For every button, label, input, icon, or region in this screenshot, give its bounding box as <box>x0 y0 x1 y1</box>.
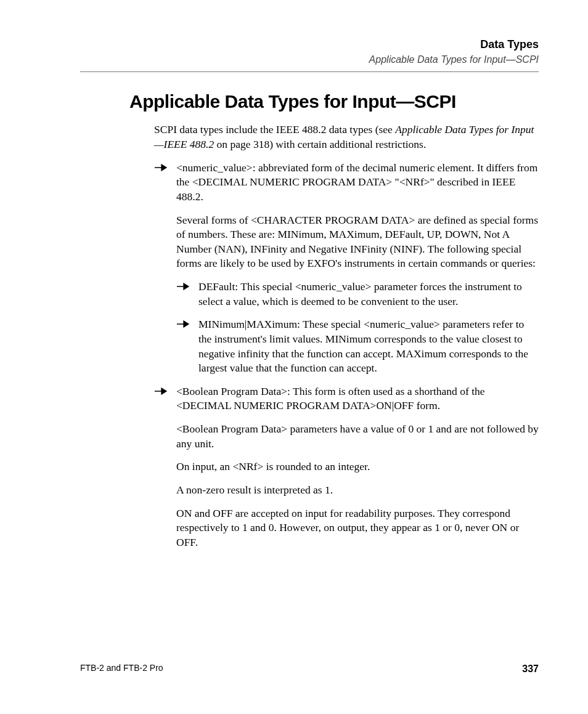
arrow-bullet-icon <box>176 283 191 290</box>
sub-bullet-default: DEFault: This special <numeric_value> pa… <box>176 280 539 309</box>
intro-text-post: on page 318) with certain additional res… <box>214 138 426 150</box>
bullet-text: <Boolean Program Data>: This form is oft… <box>176 384 539 413</box>
chapter-title: Data Types <box>80 37 539 52</box>
arrow-bullet-icon <box>176 320 191 328</box>
bullet-text: <numeric_value>: abbreviated form of the… <box>176 161 539 205</box>
page-footer: FTB-2 and FTB-2 Pro 337 <box>80 662 539 676</box>
page-number: 337 <box>522 662 539 676</box>
arrow-bullet-icon <box>154 164 169 171</box>
bullet-text: On input, an <NRf> is rounded to an inte… <box>176 460 539 474</box>
section-subtitle: Applicable Data Types for Input—SCPI <box>80 53 539 67</box>
sub-bullet-text: DEFault: This special <numeric_value> pa… <box>198 280 522 307</box>
bullet-text: Several forms of <CHARACTER PROGRAM DATA… <box>176 213 539 272</box>
sub-bullet-minmax: MINimum|MAXimum: These special <numeric_… <box>176 317 539 376</box>
bullet-text: <Boolean Program Data> parameters have a… <box>176 422 539 451</box>
arrow-bullet-icon <box>154 387 169 395</box>
intro-text-pre: SCPI data types include the IEEE 488.2 d… <box>154 123 395 136</box>
body-content: SCPI data types include the IEEE 488.2 d… <box>154 123 539 550</box>
bullet-numeric-value: <numeric_value>: abbreviated form of the… <box>154 161 539 376</box>
bullet-text: ON and OFF are accepted on input for rea… <box>176 506 539 550</box>
page-header: Data Types Applicable Data Types for Inp… <box>80 37 539 72</box>
intro-paragraph: SCPI data types include the IEEE 488.2 d… <box>154 123 539 152</box>
bullet-boolean: <Boolean Program Data>: This form is oft… <box>154 384 539 550</box>
bullet-text: A non-zero result is interpreted as 1. <box>176 483 539 498</box>
page-container: Data Types Applicable Data Types for Inp… <box>0 0 588 714</box>
page-title: Applicable Data Types for Input—SCPI <box>129 89 539 115</box>
footer-product: FTB-2 and FTB-2 Pro <box>80 662 163 676</box>
sub-bullet-text: MINimum|MAXimum: These special <numeric_… <box>198 318 528 374</box>
